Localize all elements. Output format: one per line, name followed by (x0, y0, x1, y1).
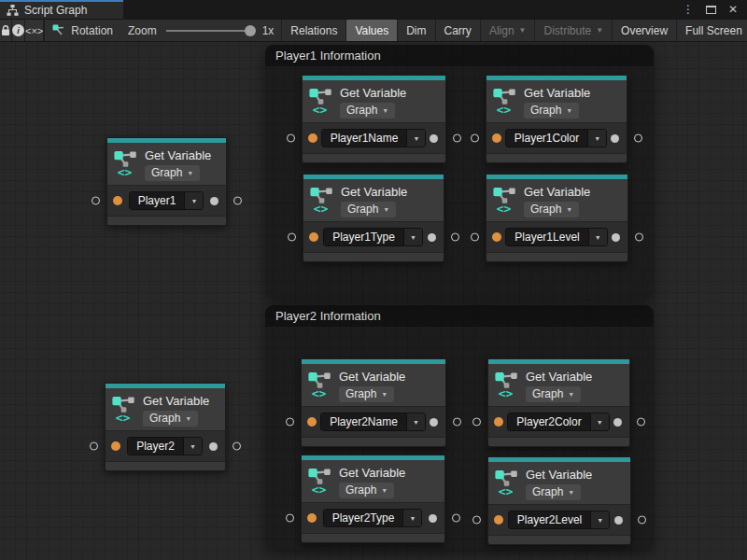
graph-kind-dropdown[interactable]: Graph ▼ (524, 202, 579, 217)
port-ring-right[interactable] (233, 442, 241, 451)
toolbar-button-relations[interactable]: Relations (281, 20, 345, 41)
group-header[interactable]: Player1 Information (265, 45, 654, 66)
port-ring-left[interactable] (472, 516, 481, 525)
chevron-down-icon[interactable]: ▼ (587, 130, 606, 147)
chevron-down-icon[interactable]: ▼ (184, 192, 203, 209)
variable-dropdown[interactable]: Player1 ▼ (129, 191, 204, 210)
toolbar-button-values[interactable]: Values (345, 20, 397, 41)
code-preview-button[interactable]: <×> (25, 20, 44, 41)
maximize-icon[interactable] (706, 6, 716, 14)
chevron-down-icon[interactable]: ▼ (406, 130, 425, 147)
port-ring-left[interactable] (90, 442, 98, 451)
get-variable-node[interactable]: <> Get Variable Graph ▼ Player2Name ▼ (301, 358, 446, 447)
get-variable-node[interactable]: <> Get Variable Graph ▼ Player1Level ▼ (486, 174, 628, 262)
port-ring-left[interactable] (471, 134, 479, 143)
variable-dropdown[interactable]: Player2Name ▼ (320, 413, 426, 431)
info-button[interactable]: i (12, 20, 25, 41)
port-ring-right[interactable] (453, 418, 461, 427)
graph-kind-dropdown[interactable]: Graph ▼ (526, 484, 581, 500)
variable-dropdown[interactable]: Player2Type ▼ (323, 509, 423, 527)
value-output-port[interactable] (611, 134, 619, 143)
get-variable-node[interactable]: <> Get Variable Graph ▼ Player2Level ▼ (487, 456, 631, 545)
variable-dropdown[interactable]: Player1Color ▼ (505, 129, 607, 147)
port-ring-left[interactable] (288, 233, 296, 242)
chevron-down-icon[interactable]: ▼ (183, 438, 202, 455)
tab-script-graph[interactable]: Script Graph (0, 0, 123, 19)
port-ring-right[interactable] (637, 418, 645, 427)
value-output-port[interactable] (430, 134, 438, 143)
port-ring-left[interactable] (287, 134, 295, 143)
graph-kind-dropdown[interactable]: Graph ▼ (145, 165, 200, 181)
value-output-port[interactable] (209, 442, 218, 451)
variable-dropdown[interactable]: Player2 ▼ (127, 437, 203, 455)
get-variable-node[interactable]: <> Get Variable Graph ▼ Player2 ▼ (105, 383, 226, 471)
value-input-port[interactable] (113, 196, 122, 205)
group-header[interactable]: Player2 Information (265, 305, 654, 327)
port-ring-right[interactable] (635, 233, 643, 242)
close-icon[interactable]: ✕ (728, 4, 738, 15)
value-output-port[interactable] (429, 514, 437, 523)
chevron-down-icon[interactable]: ▼ (406, 413, 425, 430)
port-ring-left[interactable] (92, 197, 100, 205)
graph-kind-dropdown[interactable]: Graph ▼ (526, 386, 581, 402)
toolbar-button-dim[interactable]: Dim (397, 20, 434, 41)
get-variable-node[interactable]: <> Get Variable Graph ▼ Player1 ▼ (106, 137, 227, 226)
port-ring-left[interactable] (286, 418, 294, 427)
value-output-port[interactable] (612, 233, 620, 242)
variable-dropdown[interactable]: Player2Level ▼ (508, 511, 610, 529)
port-ring-right[interactable] (233, 197, 242, 205)
get-variable-node[interactable]: <> Get Variable Graph ▼ Player1Color ▼ (486, 75, 627, 163)
port-ring-left[interactable] (471, 233, 479, 242)
value-input-port[interactable] (492, 133, 501, 143)
graph-canvas[interactable]: Player1 Information Player2 Information … (0, 42, 747, 560)
toolbar-button-full-screen[interactable]: Full Screen (676, 20, 747, 41)
value-input-port[interactable] (307, 417, 317, 427)
value-input-port[interactable] (111, 441, 120, 451)
chevron-down-icon[interactable]: ▼ (590, 413, 609, 430)
variable-dropdown[interactable]: Player1Level ▼ (505, 228, 607, 246)
value-input-port[interactable] (492, 232, 501, 242)
graph-kind-dropdown[interactable]: Graph ▼ (341, 202, 396, 217)
variable-dropdown[interactable]: Player1Name ▼ (321, 129, 427, 147)
port-ring-left[interactable] (286, 514, 294, 523)
variable-dropdown[interactable]: Player1Type ▼ (323, 228, 423, 246)
get-variable-node[interactable]: <> Get Variable Graph ▼ Player1Name ▼ (302, 75, 446, 163)
toolbar-button-carry[interactable]: Carry (435, 20, 480, 41)
graph-kind-dropdown[interactable]: Graph ▼ (340, 103, 395, 119)
chevron-down-icon[interactable]: ▼ (588, 229, 607, 245)
value-output-port[interactable] (430, 418, 438, 427)
port-ring-right[interactable] (453, 134, 461, 143)
graph-kind-dropdown[interactable]: Graph ▼ (339, 386, 394, 402)
svg-text:<>: <> (313, 103, 328, 116)
value-input-port[interactable] (309, 232, 318, 242)
value-output-port[interactable] (428, 233, 436, 242)
toolbar-button-overview[interactable]: Overview (612, 20, 676, 41)
value-input-port[interactable] (308, 133, 317, 143)
chevron-down-icon[interactable]: ▼ (590, 511, 609, 528)
window-menu-icon[interactable]: ⋮ (683, 4, 694, 15)
port-ring-right[interactable] (638, 516, 646, 525)
value-output-port[interactable] (613, 418, 622, 427)
value-output-port[interactable] (614, 516, 623, 525)
get-variable-node[interactable]: <> Get Variable Graph ▼ Player2Type ▼ (301, 455, 445, 543)
graph-kind-dropdown[interactable]: Graph ▼ (524, 103, 579, 119)
value-input-port[interactable] (307, 513, 317, 523)
port-ring-right[interactable] (452, 514, 460, 523)
lock-button[interactable] (0, 20, 12, 41)
port-ring-left[interactable] (472, 418, 481, 427)
graph-kind-dropdown[interactable]: Graph ▼ (339, 483, 394, 498)
value-output-port[interactable] (210, 197, 218, 205)
graph-kind-dropdown[interactable]: Graph ▼ (143, 411, 198, 427)
zoom-slider-handle[interactable] (245, 25, 256, 36)
get-variable-node[interactable]: <> Get Variable Graph ▼ Player1Type ▼ (303, 174, 444, 262)
zoom-slider[interactable] (166, 30, 253, 32)
chevron-down-icon[interactable]: ▼ (402, 510, 421, 526)
value-input-port[interactable] (494, 417, 503, 427)
chevron-down-icon[interactable]: ▼ (403, 229, 422, 245)
value-input-port[interactable] (494, 515, 503, 525)
port-ring-right[interactable] (451, 233, 459, 242)
port-ring-right[interactable] (634, 134, 642, 143)
get-variable-icon: <> (308, 87, 334, 116)
get-variable-node[interactable]: <> Get Variable Graph ▼ Player2Color ▼ (487, 358, 630, 447)
variable-dropdown[interactable]: Player2Color ▼ (507, 413, 609, 431)
